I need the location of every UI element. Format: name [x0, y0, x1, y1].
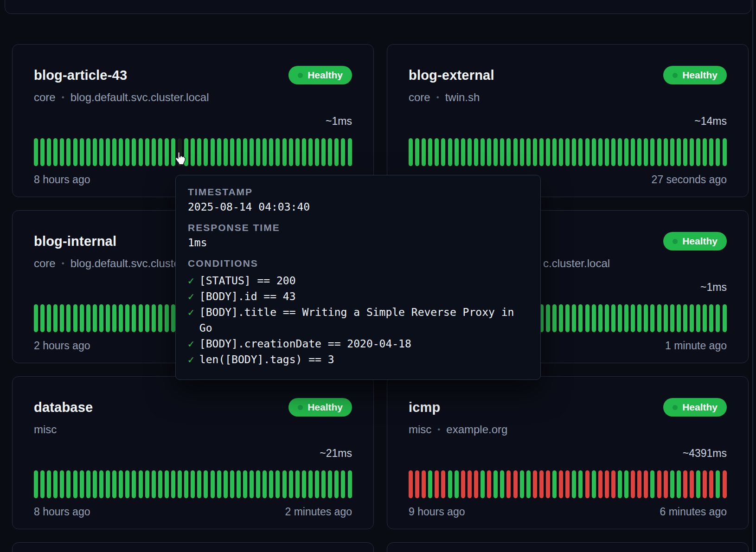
- uptime-bar[interactable]: [217, 138, 221, 166]
- uptime-bar[interactable]: [132, 304, 136, 332]
- uptime-bar[interactable]: [302, 138, 306, 166]
- uptime-bar[interactable]: [422, 470, 426, 498]
- uptime-bar[interactable]: [670, 304, 674, 332]
- service-card-blog-article-43[interactable]: blog-article-43 Healthy core • blog.defa…: [12, 44, 374, 197]
- uptime-bar[interactable]: [321, 138, 326, 166]
- uptime-bar[interactable]: [455, 138, 459, 166]
- uptime-bar[interactable]: [139, 470, 143, 498]
- uptime-bar[interactable]: [211, 138, 215, 166]
- uptime-bar[interactable]: [598, 304, 602, 332]
- uptime-bar[interactable]: [690, 304, 694, 332]
- uptime-bar[interactable]: [598, 138, 602, 166]
- uptime-bar[interactable]: [624, 304, 628, 332]
- uptime-bar[interactable]: [546, 138, 550, 166]
- uptime-bar[interactable]: [47, 138, 51, 166]
- uptime-bar[interactable]: [99, 138, 103, 166]
- uptime-bar[interactable]: [605, 470, 609, 498]
- uptime-bar[interactable]: [145, 138, 149, 166]
- uptime-bar[interactable]: [243, 138, 247, 166]
- uptime-bar[interactable]: [237, 470, 241, 498]
- uptime-bar[interactable]: [308, 138, 313, 166]
- uptime-bar[interactable]: [709, 138, 713, 166]
- uptime-bar[interactable]: [592, 470, 596, 498]
- uptime-bar[interactable]: [533, 138, 537, 166]
- uptime-bar[interactable]: [578, 470, 583, 498]
- uptime-bar[interactable]: [119, 304, 123, 332]
- uptime-bar[interactable]: [328, 138, 332, 166]
- uptime-bar[interactable]: [585, 304, 589, 332]
- uptime-bar[interactable]: [230, 470, 234, 498]
- uptime-bar[interactable]: [611, 304, 615, 332]
- uptime-bar[interactable]: [624, 138, 628, 166]
- uptime-bar[interactable]: [237, 138, 241, 166]
- uptime-bar[interactable]: [474, 138, 478, 166]
- uptime-bar[interactable]: [106, 138, 110, 166]
- uptime-bar[interactable]: [165, 304, 169, 332]
- uptime-bar[interactable]: [275, 470, 280, 498]
- uptime-bar[interactable]: [73, 138, 77, 166]
- uptime-bar[interactable]: [690, 470, 694, 498]
- uptime-bar[interactable]: [539, 138, 544, 166]
- uptime-bar[interactable]: [99, 470, 103, 498]
- uptime-bar[interactable]: [256, 470, 260, 498]
- uptime-bar[interactable]: [334, 138, 339, 166]
- uptime-bar[interactable]: [334, 470, 339, 498]
- uptime-bar[interactable]: [585, 138, 589, 166]
- uptime-bar[interactable]: [158, 470, 162, 498]
- uptime-bar[interactable]: [66, 304, 70, 332]
- uptime-bar[interactable]: [605, 138, 609, 166]
- uptime-bar[interactable]: [302, 470, 306, 498]
- uptime-bar[interactable]: [409, 470, 413, 498]
- uptime-bar[interactable]: [468, 470, 472, 498]
- uptime-bar[interactable]: [461, 470, 465, 498]
- uptime-bar[interactable]: [506, 138, 511, 166]
- uptime-bar[interactable]: [572, 304, 576, 332]
- uptime-bar[interactable]: [191, 138, 195, 166]
- uptime-bar[interactable]: [40, 138, 45, 166]
- uptime-bar[interactable]: [559, 304, 563, 332]
- uptime-bar[interactable]: [152, 138, 156, 166]
- uptime-bar[interactable]: [696, 304, 700, 332]
- uptime-bar[interactable]: [723, 304, 727, 332]
- uptime-bar[interactable]: [66, 470, 70, 498]
- uptime-bar[interactable]: [481, 470, 485, 498]
- uptime-bar[interactable]: [539, 470, 544, 498]
- uptime-bar[interactable]: [86, 138, 90, 166]
- uptime-bar[interactable]: [321, 470, 326, 498]
- uptime-bar[interactable]: [34, 138, 38, 166]
- uptime-bar[interactable]: [191, 470, 195, 498]
- uptime-bar[interactable]: [664, 138, 668, 166]
- uptime-bar[interactable]: [637, 138, 641, 166]
- uptime-bar[interactable]: [415, 138, 419, 166]
- uptime-bar[interactable]: [171, 470, 175, 498]
- uptime-bar[interactable]: [631, 304, 635, 332]
- uptime-bar[interactable]: [611, 138, 615, 166]
- uptime-bar[interactable]: [696, 138, 700, 166]
- uptime-bar[interactable]: [618, 304, 622, 332]
- uptime-bar[interactable]: [552, 470, 557, 498]
- service-card-blog-external[interactable]: blog-external Healthy core • twin.sh ~14…: [387, 44, 749, 197]
- uptime-bar[interactable]: [224, 138, 228, 166]
- uptime-bar[interactable]: [275, 138, 280, 166]
- uptime-bar[interactable]: [605, 304, 609, 332]
- uptime-bar[interactable]: [80, 138, 84, 166]
- uptime-bar[interactable]: [637, 470, 641, 498]
- uptime-bar[interactable]: [53, 304, 58, 332]
- uptime-bar[interactable]: [211, 470, 215, 498]
- uptime-bar[interactable]: [40, 470, 45, 498]
- uptime-bar[interactable]: [526, 470, 531, 498]
- uptime-bar[interactable]: [611, 470, 615, 498]
- uptime-bar[interactable]: [637, 304, 641, 332]
- uptime-bar[interactable]: [53, 138, 58, 166]
- uptime-bar[interactable]: [282, 470, 287, 498]
- uptime-bar[interactable]: [263, 138, 267, 166]
- uptime-bar[interactable]: [565, 304, 570, 332]
- uptime-bar[interactable]: [428, 138, 432, 166]
- uptime-bar[interactable]: [269, 138, 273, 166]
- uptime-bar[interactable]: [60, 470, 64, 498]
- uptime-bar[interactable]: [158, 304, 162, 332]
- uptime-bar[interactable]: [723, 138, 727, 166]
- service-card-database[interactable]: database Healthy misc ~21ms 8 hours ago …: [12, 376, 374, 529]
- uptime-bar[interactable]: [592, 138, 596, 166]
- uptime-bar[interactable]: [598, 470, 602, 498]
